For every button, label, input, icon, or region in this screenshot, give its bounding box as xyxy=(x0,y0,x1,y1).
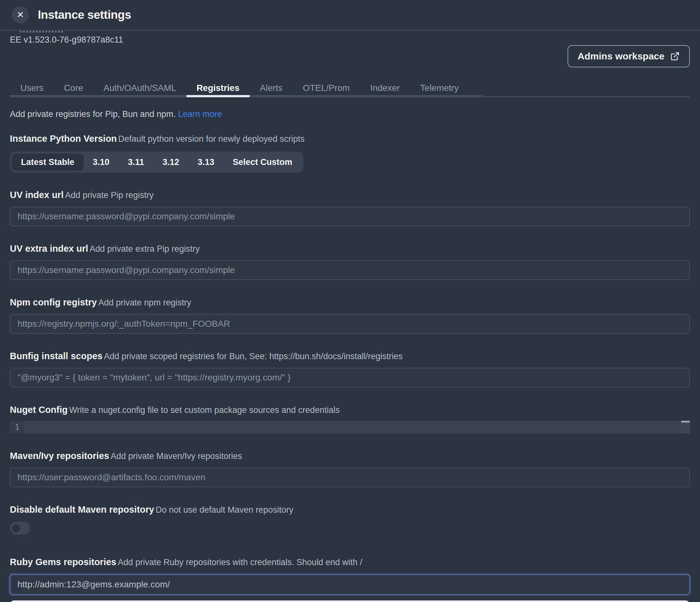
editor-scrollbar-track xyxy=(681,421,690,434)
uv-index-url-heading: UV index url Add private Pip registry xyxy=(10,189,690,202)
scrolled-text-fragment xyxy=(20,31,65,32)
admins-workspace-label: Admins workspace xyxy=(578,51,665,62)
learn-more-link[interactable]: Learn more xyxy=(178,109,222,119)
uv-extra-index-url-description: Add private extra Pip registry xyxy=(90,244,200,254)
npm-config-registry-input[interactable] xyxy=(10,314,690,334)
maven-repositories-heading: Maven/Ivy repositories Add private Maven… xyxy=(10,450,690,463)
npm-config-registry-heading: Npm config registry Add private npm regi… xyxy=(10,296,690,310)
close-icon: ✕ xyxy=(17,10,24,19)
tab-registries[interactable]: Registries xyxy=(197,79,240,97)
python-option-3-12[interactable]: 3.12 xyxy=(153,153,189,171)
uv-extra-index-url-heading: UV extra index url Add private extra Pip… xyxy=(10,243,690,256)
ruby-gems-heading: Ruby Gems repositories Add private Ruby … xyxy=(10,556,690,569)
npm-config-registry-label: Npm config registry xyxy=(10,297,97,307)
tab-core[interactable]: Core xyxy=(64,79,83,97)
editor-scrollbar-thumb[interactable] xyxy=(681,421,690,423)
modal-header: ✕ Instance settings xyxy=(0,0,700,30)
close-button[interactable]: ✕ xyxy=(12,6,29,24)
ruby-gems-input[interactable] xyxy=(10,574,690,595)
maven-repositories-description: Add private Maven/Ivy repositories xyxy=(110,451,242,461)
disable-maven-label: Disable default Maven repository xyxy=(10,504,154,514)
uv-index-url-input[interactable] xyxy=(10,207,690,226)
python-version-heading: Instance Python Version Default python v… xyxy=(10,133,690,146)
disable-maven-heading: Disable default Maven repository Do not … xyxy=(10,504,690,517)
nuget-config-editor[interactable]: 1 xyxy=(10,421,690,434)
python-option-latest-stable[interactable]: Latest Stable xyxy=(12,153,83,171)
editor-text-area[interactable] xyxy=(24,421,690,434)
python-option-select-custom[interactable]: Select Custom xyxy=(224,153,302,171)
python-version-title: Instance Python Version xyxy=(10,134,117,144)
uv-extra-index-url-label: UV extra index url xyxy=(10,243,88,254)
uv-extra-index-url-input[interactable] xyxy=(10,260,690,280)
ruby-gems-label: Ruby Gems repositories xyxy=(10,557,116,567)
maven-repositories-input[interactable] xyxy=(10,467,690,487)
tab-otel-prom[interactable]: OTEL/Prom xyxy=(303,79,350,97)
external-link-icon xyxy=(670,51,680,61)
tab-telemetry[interactable]: Telemetry xyxy=(420,79,459,97)
page-title: Instance settings xyxy=(38,8,131,22)
disable-maven-toggle[interactable] xyxy=(10,522,30,535)
editor-line-number: 1 xyxy=(10,421,24,434)
bunfig-install-scopes-input[interactable] xyxy=(10,368,690,387)
save-button[interactable]: Save xyxy=(10,600,690,602)
nuget-config-heading: Nuget Config Write a nuget.config file t… xyxy=(10,404,690,417)
tab-indexer[interactable]: Indexer xyxy=(370,79,400,97)
python-option-3-10[interactable]: 3.10 xyxy=(83,153,119,171)
npm-config-registry-description: Add private npm registry xyxy=(98,298,191,307)
settings-tabbar: Users Core Auth/OAuth/SAML Registries Al… xyxy=(10,79,690,97)
uv-index-url-label: UV index url xyxy=(10,190,64,200)
ruby-gems-description: Add private Ruby repositories with crede… xyxy=(118,557,362,567)
tab-auth-oauth-saml[interactable]: Auth/OAuth/SAML xyxy=(103,79,176,97)
python-version-description: Default python version for newly deploye… xyxy=(118,134,305,144)
version-label: EE v1.523.0-76-g98787a8c11 xyxy=(10,34,690,45)
python-option-3-11[interactable]: 3.11 xyxy=(119,153,153,171)
python-version-segmented-control: Latest Stable 3.10 3.11 3.12 3.13 Select… xyxy=(10,152,303,173)
python-option-3-13[interactable]: 3.13 xyxy=(188,153,224,171)
bunfig-install-scopes-description: Add private scoped registries for Bun, S… xyxy=(104,352,403,361)
admins-workspace-button[interactable]: Admins workspace xyxy=(568,45,690,67)
bunfig-install-scopes-label: Bunfig install scopes xyxy=(10,351,103,361)
registries-intro: Add private registries for Pip, Bun and … xyxy=(10,109,690,120)
nuget-config-label: Nuget Config xyxy=(10,405,68,415)
maven-repositories-label: Maven/Ivy repositories xyxy=(10,451,109,461)
settings-content: EE v1.523.0-76-g98787a8c11 Admins worksp… xyxy=(0,31,700,602)
bunfig-install-scopes-heading: Bunfig install scopes Add private scoped… xyxy=(10,350,690,363)
nuget-config-description: Write a nuget.config file to set custom … xyxy=(69,405,340,415)
tab-users[interactable]: Users xyxy=(20,79,44,97)
registries-intro-text: Add private registries for Pip, Bun and … xyxy=(10,109,176,119)
uv-index-url-description: Add private Pip registry xyxy=(65,190,154,200)
tab-alerts[interactable]: Alerts xyxy=(260,79,283,97)
disable-maven-description: Do not use default Maven repository xyxy=(156,505,294,514)
toggle-knob xyxy=(11,524,21,533)
